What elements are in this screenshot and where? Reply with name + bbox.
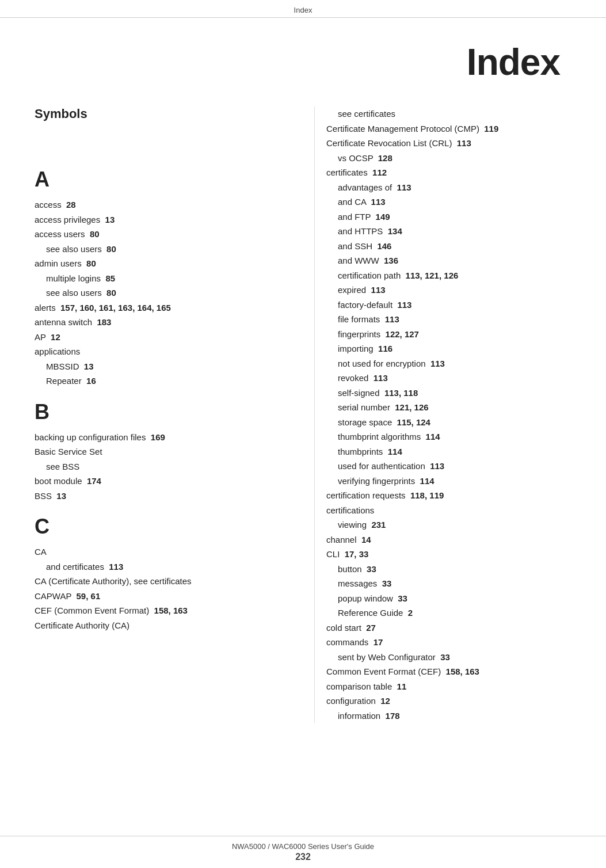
list-item: certificates 112: [326, 165, 571, 180]
list-item: viewing 231: [326, 517, 571, 532]
list-item: see certificates: [326, 106, 571, 121]
section-symbols: Symbols: [35, 106, 280, 156]
list-item: Repeater 16: [35, 374, 280, 389]
list-item: revoked 113: [326, 371, 571, 386]
list-item: fingerprints 122, 127: [326, 327, 571, 342]
list-item: factory-default 113: [326, 298, 571, 313]
list-item: admin users 80: [35, 256, 280, 271]
list-item: used for authentication 113: [326, 459, 571, 474]
list-item: CAPWAP 59, 61: [35, 589, 280, 604]
section-letter-b: B: [35, 400, 280, 424]
list-item: access privileges 13: [35, 212, 280, 227]
footer-page: 232: [0, 852, 606, 862]
left-column: Symbols A access 28 access privileges 13…: [35, 106, 291, 723]
list-item: see also users 80: [35, 242, 280, 257]
page-footer: NWA5000 / WAC6000 Series User's Guide 23…: [0, 836, 606, 868]
list-item: and SSH 146: [326, 239, 571, 254]
list-item: thumbprints 114: [326, 444, 571, 459]
list-item: access 28: [35, 197, 280, 212]
list-item: certification path 113, 121, 126: [326, 268, 571, 283]
list-item: comparison table 11: [326, 679, 571, 694]
list-item: advantages of 113: [326, 180, 571, 195]
list-item: Certificate Authority (CA): [35, 618, 280, 633]
list-item: and HTTPS 134: [326, 224, 571, 239]
footer-series: NWA5000 / WAC6000 Series User's Guide: [0, 842, 606, 851]
list-item: Reference Guide 2: [326, 606, 571, 620]
section-c: C CA and certificates 113 CA (Certificat…: [35, 515, 280, 633]
right-column: see certificates Certificate Management …: [314, 106, 571, 723]
list-item: button 33: [326, 562, 571, 577]
list-item: BSS 13: [35, 489, 280, 504]
list-item: sent by Web Configurator 33: [326, 650, 571, 665]
list-item: and CA 113: [326, 195, 571, 210]
list-item: see BSS: [35, 459, 280, 474]
list-item: alerts 157, 160, 161, 163, 164, 165: [35, 300, 280, 315]
list-item: messages 33: [326, 576, 571, 591]
list-item: Certificate Management Protocol (CMP) 11…: [326, 121, 571, 136]
list-item: access users 80: [35, 227, 280, 242]
list-item: configuration 12: [326, 694, 571, 709]
list-item: verifying fingerprints 114: [326, 474, 571, 489]
section-letter-c: C: [35, 515, 280, 539]
list-item: AP 12: [35, 330, 280, 345]
list-item: information 178: [326, 709, 571, 724]
section-a: A access 28 access privileges 13 access …: [35, 167, 280, 389]
symbols-heading: Symbols: [35, 106, 87, 121]
list-item: serial number 121, 126: [326, 400, 571, 415]
list-item: and WWW 136: [326, 253, 571, 268]
list-item: popup window 33: [326, 591, 571, 606]
list-item: backing up configuration files 169: [35, 430, 280, 445]
list-item: and certificates 113: [35, 559, 280, 574]
list-item: see also users 80: [35, 285, 280, 300]
list-item: certifications: [326, 503, 571, 518]
list-item: and FTP 149: [326, 210, 571, 224]
list-item: boot module 174: [35, 474, 280, 489]
list-item: CA (Certificate Authority), see certific…: [35, 574, 280, 589]
list-item: channel 14: [326, 532, 571, 547]
list-item: MBSSID 13: [35, 359, 280, 374]
list-item: file formats 113: [326, 312, 571, 327]
section-letter-a: A: [35, 167, 280, 192]
list-item: commands 17: [326, 635, 571, 650]
list-item: Common Event Format (CEF) 158, 163: [326, 664, 571, 679]
list-item: cold start 27: [326, 620, 571, 635]
section-b: B backing up configuration files 169 Bas…: [35, 400, 280, 504]
list-item: thumbprint algorithms 114: [326, 429, 571, 444]
page-header: Index: [0, 0, 606, 18]
list-item: Basic Service Set: [35, 444, 280, 459]
list-item: importing 116: [326, 341, 571, 356]
list-item: not used for encryption 113: [326, 356, 571, 371]
list-item: expired 113: [326, 283, 571, 298]
list-item: self-signed 113, 118: [326, 386, 571, 401]
list-item: antenna switch 183: [35, 315, 280, 330]
list-item: applications: [35, 344, 280, 359]
main-title: Index: [0, 18, 606, 106]
list-item: multiple logins 85: [35, 271, 280, 286]
list-item: CA: [35, 545, 280, 559]
list-item: storage space 115, 124: [326, 415, 571, 430]
list-item: vs OCSP 128: [326, 151, 571, 166]
list-item: certification requests 118, 119: [326, 488, 571, 503]
list-item: Certificate Revocation List (CRL) 113: [326, 136, 571, 151]
list-item: CEF (Common Event Format) 158, 163: [35, 603, 280, 618]
list-item: CLI 17, 33: [326, 547, 571, 562]
